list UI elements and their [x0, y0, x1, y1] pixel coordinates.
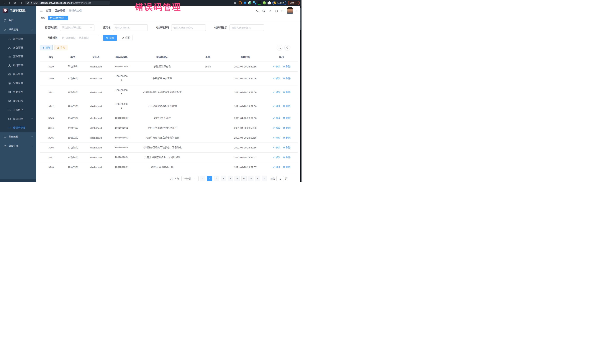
sidebar-item-8[interactable]: 通知公告 [0, 88, 36, 97]
refresh-table-button[interactable] [284, 45, 290, 50]
page-button-5[interactable]: 5 [234, 176, 240, 181]
tag-tab-0[interactable]: 首页 [39, 15, 47, 20]
page-button-2[interactable]: 2 [214, 176, 219, 181]
search-button[interactable]: 搜索 [103, 35, 117, 41]
delete-link[interactable]: 删除 [283, 65, 290, 68]
cell: 3943 [40, 113, 62, 123]
show-search-toggle-button[interactable] [277, 45, 282, 50]
sidebar-item-14[interactable]: 研发工具 [0, 141, 36, 151]
font-size-icon[interactable]: TT [281, 9, 284, 12]
delete-link[interactable]: 删除 [283, 156, 290, 159]
page-button-3[interactable]: 3 [221, 176, 226, 181]
create-time-label: 创建时间 [40, 36, 58, 39]
error-code-input[interactable] [171, 24, 206, 31]
delete-link[interactable]: 删除 [283, 91, 290, 94]
tag-tab-1[interactable]: 错误码管理 [48, 15, 68, 20]
delete-link[interactable]: 删除 [283, 77, 290, 80]
scrollbar-thumb[interactable] [300, 8, 301, 30]
sidebar-item-2[interactable]: 用户管理 [0, 34, 36, 43]
reset-button[interactable]: 重置 [119, 35, 132, 41]
extension-key-icon[interactable] [263, 1, 266, 4]
add-button[interactable]: 新增 [40, 45, 53, 50]
app-logo[interactable]: 芋道管理系统 [0, 6, 36, 16]
prev-page-button[interactable] [200, 176, 205, 181]
delete-link[interactable]: 删除 [283, 126, 290, 130]
edit-link[interactable]: 修改 [273, 165, 280, 169]
extension-grid-icon[interactable] [253, 1, 256, 4]
sidebar-item-6[interactable]: 岗位管理 [0, 70, 36, 79]
hamburger-icon[interactable] [39, 9, 43, 13]
delete-link[interactable]: 删除 [283, 165, 290, 169]
edit-link[interactable]: 修改 [273, 156, 280, 159]
delete-link[interactable]: 删除 [283, 146, 290, 149]
more-pages-button[interactable]: ••• [248, 176, 254, 181]
breadcrumb-system[interactable]: 系统管理 [55, 9, 65, 12]
error-type-select[interactable]: 请选择错误码类型 [60, 24, 94, 31]
cell: 100100000 4 [109, 99, 135, 113]
sidebar-item-13[interactable]: 基础设施 [0, 132, 36, 141]
menu-item-label: 字典管理 [13, 82, 23, 85]
delete-link[interactable]: 删除 [283, 105, 290, 108]
menu-item-label: 研发工具 [9, 144, 18, 148]
github-icon[interactable] [262, 9, 265, 12]
browser-update-button[interactable]: 更新 ⋮ [288, 1, 300, 5]
sidebar-item-10[interactable]: 在线用户 [0, 105, 36, 114]
extension-green-icon[interactable]: v [248, 1, 251, 4]
sidebar-item-3[interactable]: 角色管理 [0, 43, 36, 52]
tab-label: 错误码管理 [53, 16, 64, 20]
browser-scrollbar[interactable] [300, 6, 302, 182]
edit-link[interactable]: 修改 [273, 105, 280, 108]
export-button[interactable]: 导出 [55, 45, 67, 50]
page-button-8[interactable]: 8 [255, 176, 260, 181]
search-icon[interactable] [256, 9, 259, 12]
browser-back-icon[interactable] [2, 1, 6, 5]
edit-link[interactable]: 修改 [273, 77, 280, 80]
page-button-1[interactable]: 1 [207, 176, 212, 181]
user-avatar[interactable] [287, 7, 293, 14]
page-button-6[interactable]: 6 [241, 176, 247, 181]
create-time-range-picker[interactable]: 开始日期 - 结束日期 [60, 35, 99, 41]
avatar-caret-down-icon[interactable] [296, 10, 298, 12]
cell [190, 153, 225, 162]
sidebar-item-5[interactable]: 部门管理 [0, 61, 36, 70]
sidebar-item-4[interactable]: 菜单管理 [0, 52, 36, 61]
sidebar-item-9[interactable]: 审计日志 [0, 97, 36, 105]
bookmark-star-icon[interactable] [233, 1, 237, 5]
extension-orange-icon[interactable] [239, 1, 242, 4]
page-size-select[interactable]: 10条/页 [181, 176, 198, 181]
extension-list-icon[interactable]: on [258, 1, 261, 4]
edit-link[interactable]: 修改 [273, 126, 280, 130]
cell: 只允许修改为开启或者关闭状态 [135, 133, 190, 143]
error-hint-input[interactable] [230, 24, 264, 31]
sidebar-item-7[interactable]: 字典管理 [0, 79, 36, 88]
cell: 2021-04-20 23:52:56 [225, 143, 265, 153]
goto-page-input[interactable] [277, 176, 284, 181]
sidebar-item-0[interactable]: 首页 [0, 16, 36, 25]
close-icon[interactable] [65, 17, 66, 19]
sidebar-item-12[interactable]: 错误码管理 [0, 123, 36, 132]
browser-reload-icon[interactable] [13, 1, 17, 5]
browser-forward-icon[interactable] [7, 1, 12, 5]
edit-link[interactable]: 修改 [273, 116, 280, 120]
edit-link[interactable]: 修改 [273, 146, 280, 149]
browser-menu-icon[interactable]: ⋮ [296, 2, 298, 4]
sidebar-item-11[interactable]: 短信管理 [0, 114, 36, 123]
next-page-button[interactable] [262, 176, 267, 181]
browser-home-icon[interactable] [19, 1, 23, 5]
delete-link[interactable]: 删除 [283, 116, 290, 120]
help-icon[interactable] [268, 9, 272, 12]
app-name-input[interactable] [113, 24, 148, 31]
sidebar-item-1[interactable]: 系统管理 [0, 25, 36, 34]
edit-link[interactable]: 修改 [273, 136, 280, 139]
edit-link[interactable]: 修改 [273, 65, 280, 68]
extension-gem-icon[interactable] [243, 1, 247, 4]
page-button-4[interactable]: 4 [228, 176, 233, 181]
delete-link[interactable]: 删除 [283, 136, 290, 139]
breadcrumb-home[interactable]: 首页 [46, 9, 51, 12]
profile-paused-pill[interactable]: 已暂停 [272, 1, 286, 5]
address-bar[interactable]: 不安全 dashboard.yudao.iocoder.cn/system/er… [25, 1, 110, 5]
edit-link[interactable]: 修改 [273, 91, 280, 94]
cell [190, 123, 225, 133]
fullscreen-icon[interactable] [275, 9, 278, 12]
extensions-puzzle-icon[interactable] [267, 1, 271, 4]
